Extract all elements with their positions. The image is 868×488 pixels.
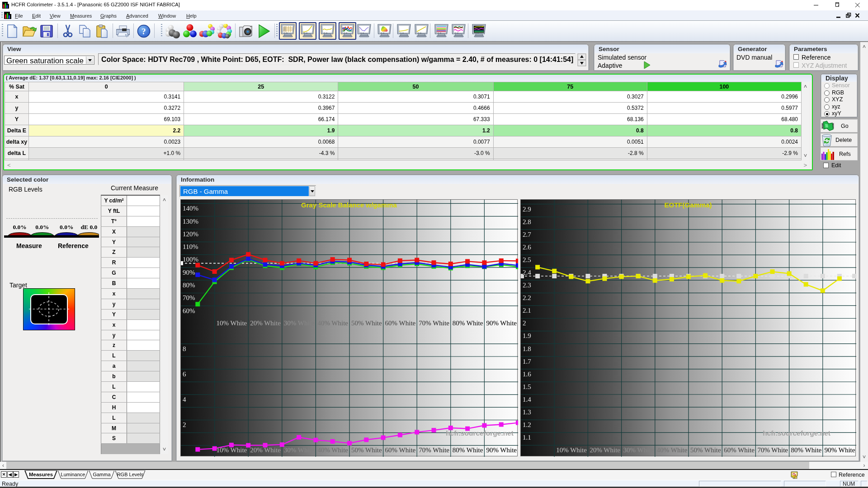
svg-text:?: ? <box>142 27 146 36</box>
